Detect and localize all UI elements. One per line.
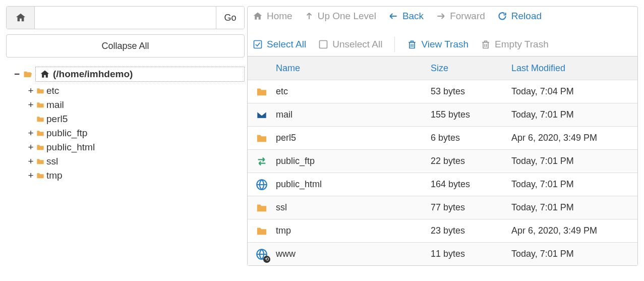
tree-item[interactable]: +tmp [26,168,245,183]
tb-up[interactable]: Up One Level [305,11,376,22]
table-row[interactable]: ssl77 bytesToday, 7:01 PM [248,196,637,219]
row-icon [248,133,276,144]
tb-unselect-all[interactable]: Unselect All [318,39,382,50]
expander-icon[interactable]: + [26,85,35,96]
trash-icon [481,39,491,49]
tree-item[interactable]: +ssl [26,154,245,168]
row-modified: Today, 7:01 PM [511,109,637,120]
square-icon [318,39,328,49]
toolbar: Home Up One Level Back Forward Reload [247,6,638,57]
arrow-right-icon [436,11,446,21]
expander-icon[interactable]: + [26,156,35,167]
folder-icon [35,143,45,151]
folder-icon [255,133,268,144]
col-modified-header[interactable]: Last Modified [511,63,637,74]
folder-tree: − (/home/imhdemo) +etc+mailperl5+public_… [6,67,245,183]
row-name: tmp [276,226,431,236]
folder-icon [35,101,45,109]
row-name: ssl [276,202,431,213]
folder-icon [35,172,45,180]
expander-icon[interactable]: + [26,142,35,153]
file-table: Name Size Last Modified etc53 bytesToday… [247,57,638,266]
tree-root[interactable]: − (/home/imhdemo) [6,67,245,82]
row-icon [248,178,276,191]
tb-view-trash[interactable]: View Trash [407,39,469,50]
row-modified: Today, 7:01 PM [511,249,637,259]
tree-item-label: tmp [46,170,63,181]
col-name-header[interactable]: Name [248,63,431,74]
row-name: etc [276,86,431,97]
right-pane: Home Up One Level Back Forward Reload [247,0,644,272]
table-row[interactable]: perl56 bytesApr 6, 2020, 3:49 PM [248,126,637,149]
table-row[interactable]: etc53 bytesToday, 7:04 PM [248,80,637,103]
row-modified: Today, 7:01 PM [511,179,637,190]
folder-icon [255,86,268,97]
expander-icon[interactable]: − [14,69,22,80]
row-size: 11 bytes [431,249,511,259]
table-row[interactable]: public_html164 bytesToday, 7:01 PM [248,173,637,196]
home-icon [40,69,50,79]
table-row[interactable]: ⟲www11 bytesToday, 7:01 PM [248,242,637,265]
transfer-icon [255,156,268,167]
tb-reload[interactable]: Reload [497,11,542,22]
tree-item[interactable]: +mail [26,98,245,112]
tree-item[interactable]: +public_html [26,140,245,154]
file-manager: Go Collapse All − (/home/imhdemo) +etc+m… [0,0,644,272]
row-modified: Apr 6, 2020, 3:49 PM [511,226,637,236]
row-size: 77 bytes [431,202,511,213]
row-name: public_html [276,179,431,190]
home-icon [15,12,26,23]
arrow-left-icon [388,11,398,21]
tb-back[interactable]: Back [388,11,424,22]
left-pane: Go Collapse All − (/home/imhdemo) +etc+m… [0,0,247,272]
row-modified: Today, 7:01 PM [511,156,637,166]
folder-icon [255,202,268,213]
table-row[interactable]: tmp23 bytesApr 6, 2020, 3:49 PM [248,219,637,242]
tree-item[interactable]: +public_ftp [26,126,245,140]
table-row[interactable]: public_ftp22 bytesToday, 7:01 PM [248,149,637,173]
tree-root-label: (/home/imhdemo) [53,69,133,80]
col-size-header[interactable]: Size [431,63,511,74]
row-size: 53 bytes [431,86,511,97]
tb-select-all[interactable]: Select All [253,39,306,50]
home-icon [253,11,263,21]
divider [394,37,395,52]
arrow-up-icon [305,11,314,21]
folder-icon [255,226,268,237]
expander-icon[interactable]: + [26,128,35,139]
tb-forward[interactable]: Forward [436,11,485,22]
path-input[interactable] [35,7,216,29]
tb-empty-trash[interactable]: Empty Trash [481,39,549,50]
row-size: 155 bytes [431,109,511,120]
tree-item[interactable]: +etc [26,84,245,98]
home-button[interactable] [7,7,35,29]
folder-icon [35,129,45,137]
row-name: www [276,249,431,259]
row-size: 164 bytes [431,179,511,190]
row-name: mail [276,109,431,120]
row-icon [248,202,276,213]
path-bar: Go [6,6,245,29]
table-row[interactable]: mail155 bytesToday, 7:01 PM [248,103,637,126]
tree-item-label: etc [46,85,59,96]
expander-icon[interactable]: + [26,99,35,110]
folder-icon [35,115,45,123]
expander-icon[interactable]: + [26,170,35,181]
tree-item-label: public_ftp [46,128,87,139]
collapse-all-button[interactable]: Collapse All [6,34,245,58]
tb-home[interactable]: Home [253,11,292,22]
tree-item[interactable]: perl5 [26,112,245,126]
row-name: perl5 [276,133,431,143]
tree-item-label: ssl [46,156,58,167]
reload-icon [497,11,507,21]
row-icon: ⟲ [248,248,276,261]
row-modified: Today, 7:01 PM [511,202,637,213]
folder-open-icon [22,70,33,79]
row-name: public_ftp [276,156,431,166]
tree-item-label: mail [46,99,64,110]
globe-icon [255,178,268,191]
table-header: Name Size Last Modified [248,57,637,80]
row-modified: Apr 6, 2020, 3:49 PM [511,133,637,143]
mail-icon [255,109,268,121]
go-button[interactable]: Go [216,7,244,29]
